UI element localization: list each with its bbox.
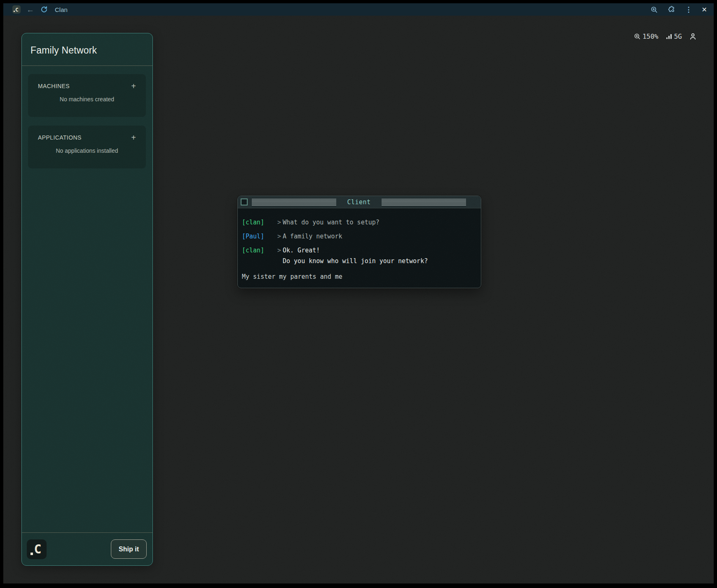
page-viewport: 150% 5G Family Network MACHINES: [3, 16, 714, 583]
status-indicators: 150% 5G: [634, 31, 696, 41]
network-indicator: 5G: [666, 33, 682, 40]
chat-log: [clan] > What do you want to setup? [Pau…: [238, 208, 481, 282]
add-machine-button[interactable]: +: [131, 83, 136, 89]
speaker-label: [clan]: [242, 245, 277, 256]
message-text: Ok. Great!: [283, 245, 320, 256]
client-terminal-window: Client [clan] > What do you want to setu…: [237, 196, 481, 288]
prompt-chevron: >: [277, 231, 283, 242]
browser-menu-icon[interactable]: ⋮: [685, 5, 692, 14]
titlebar-stripes-right: [382, 199, 466, 205]
clan-logo: C: [27, 539, 47, 559]
speaker-label: [clan]: [242, 217, 277, 228]
page-title: Clan: [55, 6, 68, 13]
ship-it-button[interactable]: Ship it: [111, 539, 147, 559]
machines-section: MACHINES + No machines created: [28, 74, 146, 117]
user-account-icon[interactable]: [689, 33, 696, 40]
message-text: Do you know who will join your network?: [283, 256, 475, 266]
prompt-chevron: >: [277, 245, 283, 256]
speaker-label: [Paul]: [242, 231, 277, 242]
message-text: A family network: [283, 231, 342, 242]
clan-logo-icon: C: [15, 7, 19, 12]
clan-logo-dot: [30, 553, 33, 555]
machines-section-label: MACHINES: [38, 83, 70, 89]
client-titlebar[interactable]: Client: [238, 196, 481, 208]
applications-section-label: APPLICATIONS: [38, 134, 82, 141]
message-text: What do you want to setup?: [283, 217, 380, 228]
machines-empty-text: No machines created: [38, 96, 136, 103]
window-close-icon[interactable]: ✕: [702, 6, 707, 14]
clan-logo-icon: C: [34, 543, 41, 555]
zoom-level-indicator: 150%: [634, 33, 658, 40]
chat-message: [clan] > Ok. Great! Do you know who will…: [242, 245, 475, 266]
prompt-chevron: >: [277, 217, 283, 228]
extensions-puzzle-icon[interactable]: [668, 5, 676, 14]
family-network-panel: Family Network MACHINES + No machines cr…: [21, 33, 153, 566]
chat-message: [clan] > What do you want to setup?: [242, 217, 475, 228]
applications-section: APPLICATIONS + No applications installed: [28, 126, 146, 168]
panel-header: Family Network: [22, 33, 152, 65]
client-window-title: Client: [347, 198, 370, 206]
zoom-magnifier-icon: [634, 33, 641, 40]
clan-favicon: C: [12, 5, 21, 14]
page-zoom-icon[interactable]: [650, 6, 658, 14]
chat-message: [Paul] > A family network: [242, 231, 475, 242]
add-application-button[interactable]: +: [131, 135, 136, 140]
terminal-input-line[interactable]: My sister my parents and me: [242, 271, 475, 282]
applications-empty-text: No applications installed: [38, 147, 136, 154]
browser-chrome-bar: C ← Clan ⋮ ✕: [3, 3, 714, 16]
signal-bars-icon: [666, 33, 672, 40]
back-arrow-icon[interactable]: ←: [26, 6, 34, 14]
refresh-icon[interactable]: [40, 6, 48, 13]
titlebar-stripes-left: [252, 199, 336, 205]
clan-logo-dot: [14, 11, 15, 12]
zoom-level-value: 150%: [642, 33, 658, 40]
network-type-value: 5G: [674, 33, 682, 40]
panel-title: Family Network: [30, 45, 143, 56]
panel-footer: C Ship it: [22, 533, 152, 565]
window-closebox-icon[interactable]: [241, 198, 248, 205]
